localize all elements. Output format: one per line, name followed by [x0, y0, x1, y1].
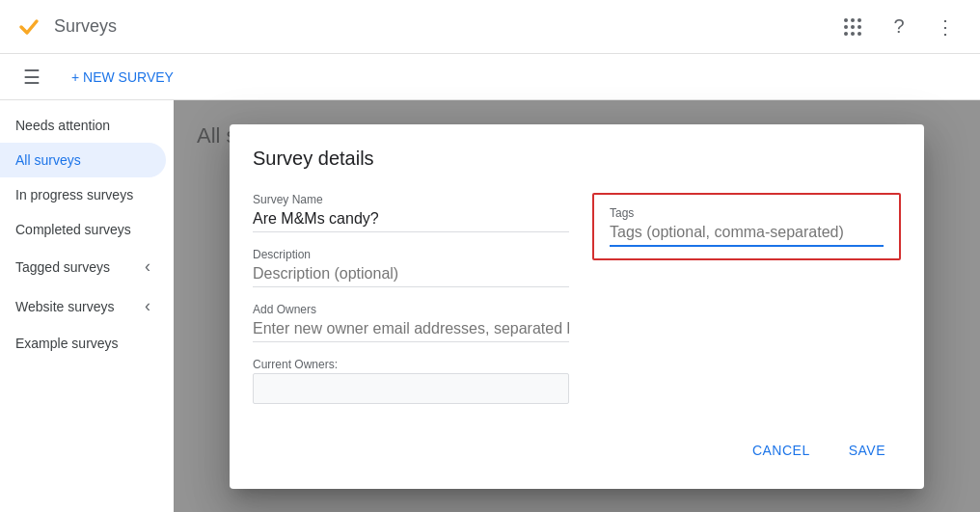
header-right: ? ⋮ — [833, 8, 965, 46]
survey-name-value: Are M&Ms candy? — [253, 210, 569, 232]
survey-details-modal: Survey details Survey Name Are M&Ms cand… — [230, 124, 924, 489]
sidebar-item-tagged[interactable]: Tagged surveys ‹ — [0, 247, 166, 286]
add-owners-group: Add Owners — [253, 303, 569, 342]
sidebar-item-website[interactable]: Website surveys ‹ — [0, 286, 166, 326]
chevron-down-icon: ‹ — [145, 256, 150, 277]
modal-fields: Survey Name Are M&Ms candy? Description … — [253, 193, 901, 404]
survey-name-label: Survey Name — [253, 193, 569, 206]
help-icon: ? — [893, 15, 904, 38]
current-owners-value — [253, 373, 569, 404]
current-owners-group: Current Owners: — [253, 358, 569, 404]
toolbar: ☰ + NEW SURVEY — [0, 54, 980, 100]
sidebar: Needs attention All surveys In progress … — [0, 100, 174, 512]
sidebar-item-label: Needs attention — [15, 118, 110, 133]
sidebar-item-label: Tagged surveys — [15, 259, 110, 275]
fields-left: Survey Name Are M&Ms candy? Description … — [253, 193, 569, 404]
description-label: Description — [253, 248, 569, 261]
sidebar-item-needs-attention[interactable]: Needs attention — [0, 108, 166, 143]
current-owners-label: Current Owners: — [253, 358, 338, 371]
modal-title: Survey details — [253, 148, 901, 170]
add-owners-label: Add Owners — [253, 303, 569, 316]
sidebar-item-in-progress[interactable]: In progress surveys — [0, 177, 166, 212]
description-group: Description — [253, 248, 569, 287]
tags-field: Tags — [592, 193, 901, 260]
main-layout: Needs attention All surveys In progress … — [0, 100, 980, 512]
logo-area: Surveys — [15, 13, 117, 40]
new-survey-button[interactable]: + NEW SURVEY — [64, 69, 181, 85]
sidebar-item-label: Website surveys — [15, 299, 114, 314]
content-area: All surveys Survey details Survey Name A… — [174, 100, 980, 512]
sidebar-item-label: Completed surveys — [15, 222, 131, 237]
grid-icon — [844, 18, 861, 36]
cancel-button[interactable]: CANCEL — [737, 435, 826, 466]
sidebar-item-label: Example surveys — [15, 336, 119, 351]
menu-button[interactable]: ☰ — [15, 58, 48, 96]
modal-footer: CANCEL SAVE — [253, 435, 901, 466]
description-input[interactable] — [253, 265, 569, 287]
more-vert-icon: ⋮ — [936, 15, 956, 39]
tags-input[interactable] — [610, 224, 884, 247]
grid-icon-button[interactable] — [833, 8, 872, 46]
app-logo — [15, 13, 42, 40]
sidebar-item-all-surveys[interactable]: All surveys — [0, 143, 166, 177]
sidebar-item-example[interactable]: Example surveys — [0, 326, 166, 361]
modal-overlay: Survey details Survey Name Are M&Ms cand… — [174, 100, 980, 512]
menu-icon: ☰ — [23, 67, 41, 88]
tags-label: Tags — [610, 206, 884, 220]
help-icon-button[interactable]: ? — [880, 8, 918, 46]
save-button[interactable]: SAVE — [833, 435, 901, 466]
sidebar-item-completed[interactable]: Completed surveys — [0, 212, 166, 247]
app-title: Surveys — [54, 16, 117, 37]
sidebar-item-label: In progress surveys — [15, 187, 133, 202]
chevron-down-icon: ‹ — [145, 296, 150, 316]
sidebar-item-label: All surveys — [15, 152, 81, 168]
survey-name-group: Survey Name Are M&Ms candy? — [253, 193, 569, 232]
top-header: Surveys ? ⋮ — [0, 0, 980, 54]
more-vert-icon-button[interactable]: ⋮ — [926, 8, 965, 46]
add-owners-input[interactable] — [253, 320, 569, 342]
